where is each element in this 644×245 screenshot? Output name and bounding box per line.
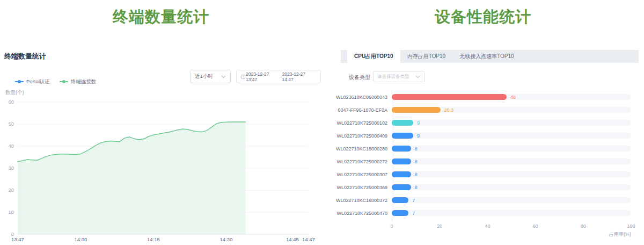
terminal-stats-panel: 终端数量统计 终端数量统计 近1小时 2023-12-27 13:47 - 20… (0, 0, 322, 245)
x-tick-label: 40 (485, 224, 490, 229)
bar-track (392, 210, 631, 216)
monitoring-dashboard: 终端数量统计 终端数量统计 近1小时 2023-12-27 13:47 - 20… (0, 0, 644, 245)
legend-dot-icon (18, 80, 21, 83)
clock-icon (240, 74, 246, 80)
bar-value-label: 8 (415, 159, 418, 165)
bar-fill[interactable] (392, 146, 411, 152)
bar-track (392, 133, 631, 139)
bar-fill[interactable] (392, 197, 408, 203)
x-tick-label: 14:15 (147, 236, 160, 242)
bar-row[interactable]: WL022710KC180002808 (322, 146, 644, 152)
bar-row[interactable]: WL022710K7250004099 (322, 133, 644, 139)
bar-track (392, 120, 631, 126)
legend-marker-icon (60, 81, 68, 82)
bar-value-label: 8 (415, 172, 418, 178)
legend-item[interactable]: 终端连接数 (60, 78, 97, 85)
bar-value-label: 48 (510, 95, 516, 100)
x-tick-label: 60 (533, 224, 538, 229)
legend-dot-icon (62, 80, 65, 83)
bar-category-label: WL022710K725000470 (322, 211, 387, 217)
bar-track (392, 171, 631, 177)
date-range-start: 2023-12-27 13:47 (246, 71, 281, 82)
bar-row[interactable]: WL022710K7250002728 (322, 158, 644, 164)
y-tick-label: 30 (8, 165, 14, 171)
bar-track (392, 158, 631, 164)
cpu-top10-bar-chart[interactable]: WL023610KC06000043486047-FF96-1070-EF0A2… (322, 0, 644, 245)
x-tick-label: 14:45 (286, 236, 299, 242)
bar-fill[interactable] (392, 133, 413, 139)
bar-value-label: 8 (415, 146, 418, 152)
bar-category-label: WL022710KC18000372 (322, 198, 387, 204)
y-tick-label: 20 (8, 187, 14, 193)
bar-category-label: WL022710K725000369 (322, 185, 387, 191)
bar-category-label: 6047-FF96-1070-EF0A (322, 107, 387, 113)
legend-marker-icon (15, 81, 24, 82)
bar-row[interactable]: WL022710K7250004707 (322, 210, 644, 216)
x-axis-name: 占用率(%) (392, 231, 631, 238)
terminal-panel-title: 终端数量统计 (4, 52, 46, 61)
legend-item[interactable]: Portal认证 (15, 78, 50, 85)
bar-category-label: WL023610KC06000043 (322, 95, 387, 100)
date-range-picker[interactable]: 2023-12-27 13:47 - 2023-12-27 14:47 (236, 70, 321, 83)
x-tick-label: 13:47 (11, 236, 24, 242)
y-tick-label: 60 (8, 99, 14, 105)
bar-value-label: 20.3 (444, 107, 454, 113)
y-axis-name: 数量(个) (5, 89, 24, 96)
device-performance-panel: 设备性能统计 CPU占用TOP10内存占用TOP10无线接入点速率TOP10 设… (322, 0, 644, 245)
bar-category-label: WL022710K725000102 (322, 120, 387, 126)
bar-row[interactable]: WL022710KC180003727 (322, 197, 644, 203)
bar-fill[interactable] (392, 171, 411, 177)
x-tick-label: 14:30 (220, 236, 233, 242)
bar-fill[interactable] (392, 107, 441, 113)
series-area (18, 122, 246, 234)
bar-row[interactable]: WL022710K7250001029 (322, 120, 644, 126)
bar-category-label: WL022710K725000307 (322, 172, 387, 178)
bar-track (392, 184, 631, 190)
bar-row[interactable]: WL022710K7250003078 (322, 171, 644, 177)
bar-fill[interactable] (392, 120, 413, 126)
legend-label: Portal认证 (26, 78, 50, 85)
x-tick-label: 80 (581, 224, 586, 229)
x-tick-label: 20 (437, 224, 442, 229)
y-tick-label: 50 (8, 121, 14, 127)
bar-fill[interactable] (392, 94, 507, 100)
legend-label: 终端连接数 (71, 78, 97, 85)
bar-row[interactable]: WL022710K7250003698 (322, 184, 644, 190)
bar-value-label: 9 (417, 133, 420, 139)
terminal-section-heading: 终端数量统计 (0, 6, 322, 27)
x-tick-label: 0 (390, 224, 393, 229)
bar-row[interactable]: WL023610KC0600004348 (322, 94, 644, 100)
x-tick-label: 14:47 (302, 236, 315, 242)
y-tick-label: 10 (8, 209, 14, 215)
x-tick-label: 100 (627, 224, 635, 229)
bar-fill[interactable] (392, 210, 408, 216)
date-range-end: 2023-12-27 14:47 (282, 71, 317, 82)
bar-fill[interactable] (392, 158, 411, 164)
bar-track (392, 146, 631, 152)
time-range-value: 近1小时 (195, 73, 213, 80)
bar-row[interactable]: 6047-FF96-1070-EF0A20.3 (322, 107, 644, 113)
terminal-count-line-chart[interactable]: 010203040506013:4714:0014:1514:3014:4514… (0, 98, 322, 245)
y-tick-label: 40 (8, 143, 14, 149)
bar-category-label: WL022710K725000272 (322, 159, 387, 165)
time-range-select[interactable]: 近1小时 (190, 70, 231, 83)
bar-value-label: 7 (412, 211, 415, 217)
bar-fill[interactable] (392, 184, 411, 190)
bar-value-label: 8 (415, 185, 418, 191)
chevron-down-icon (221, 75, 226, 78)
bar-track (392, 107, 631, 113)
bar-category-label: WL022710KC18000280 (322, 146, 387, 152)
bar-track (392, 197, 631, 203)
bar-value-label: 7 (412, 198, 415, 204)
x-tick-label: 14:00 (75, 236, 87, 242)
line-chart-legend: Portal认证终端连接数 (15, 78, 96, 85)
bar-category-label: WL022710K725000409 (322, 133, 387, 139)
bar-value-label: 9 (417, 120, 420, 126)
